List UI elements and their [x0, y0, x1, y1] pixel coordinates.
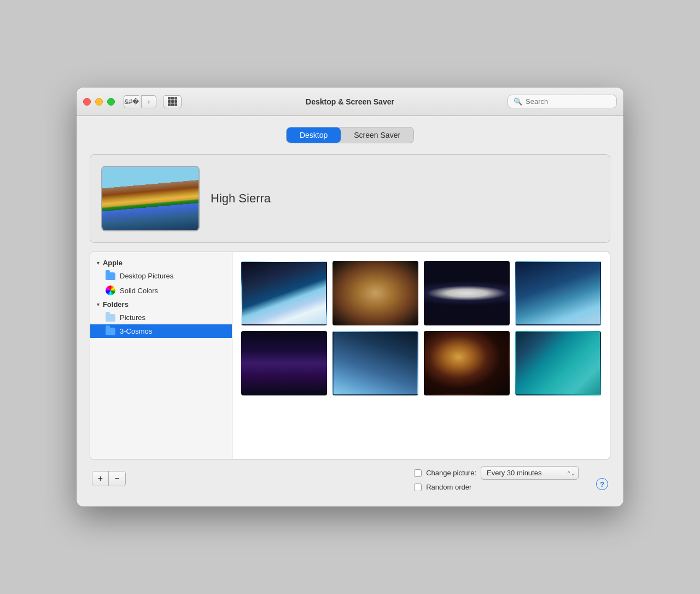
thumbnail-7[interactable]: [424, 331, 510, 395]
desktop-pictures-label: Desktop Pictures: [120, 272, 173, 280]
thumbnail-5[interactable]: [241, 331, 327, 395]
window-body: Desktop Screen Saver High Sierra ▼ Apple: [77, 116, 623, 506]
add-remove-buttons: + −: [92, 471, 126, 486]
triangle-icon-2: ▼: [96, 302, 101, 307]
folders-section-header[interactable]: ▼ Folders: [90, 298, 232, 311]
triangle-icon: ▼: [96, 260, 101, 266]
back-button[interactable]: &#�: [124, 95, 139, 108]
tab-desktop[interactable]: Desktop: [287, 127, 341, 143]
thumbnail-4[interactable]: [515, 261, 601, 325]
tab-group: Desktop Screen Saver: [286, 127, 414, 143]
sidebar-item-solid-colors[interactable]: Solid Colors: [90, 283, 232, 298]
interval-dropdown-wrapper: Every 30 minutes Every 5 minutes Every h…: [481, 466, 579, 480]
folder-cosmos-icon: [106, 328, 115, 335]
image-grid: [232, 252, 610, 459]
minimize-button[interactable]: [95, 98, 103, 106]
grid-view-button[interactable]: [163, 95, 182, 108]
window-title: Desktop & Screen Saver: [306, 97, 394, 106]
sidebar-item-pictures[interactable]: Pictures: [90, 311, 232, 324]
thumbnail-3[interactable]: [424, 261, 510, 325]
search-box[interactable]: 🔍: [508, 95, 617, 108]
apple-section-header[interactable]: ▼ Apple: [90, 257, 232, 269]
sidebar-item-desktop-pictures[interactable]: Desktop Pictures: [90, 269, 232, 283]
close-button[interactable]: [83, 98, 91, 106]
folder-white-icon: [106, 314, 115, 322]
sidebar-item-cosmos[interactable]: 3-Cosmos: [90, 324, 232, 338]
search-icon: 🔍: [514, 97, 522, 106]
thumbnail-6[interactable]: [332, 331, 418, 395]
remove-folder-button[interactable]: −: [109, 471, 125, 486]
folders-label: Folders: [103, 300, 129, 308]
add-folder-button[interactable]: +: [92, 471, 109, 486]
pictures-label: Pictures: [120, 313, 145, 322]
titlebar: &#� › Desktop & Screen Saver 🔍: [77, 88, 623, 116]
colorwheel-icon: [106, 286, 115, 295]
cosmos-label: 3-Cosmos: [120, 327, 152, 335]
maximize-button[interactable]: [107, 98, 115, 106]
content-area: ▼ Apple Desktop Pictures Solid Colors ▼ …: [90, 252, 610, 459]
thumbnail-1[interactable]: [241, 261, 327, 325]
preview-area: High Sierra: [90, 154, 610, 243]
change-picture-label: Change picture:: [426, 469, 476, 477]
preview-thumbnail: [101, 166, 200, 231]
window: &#� › Desktop & Screen Saver 🔍 Desktop S…: [77, 88, 623, 506]
tab-screensaver[interactable]: Screen Saver: [341, 127, 413, 143]
apple-label: Apple: [103, 259, 122, 267]
help-button[interactable]: ?: [596, 478, 608, 490]
bottom-bar: + − Change picture: Every 30 minutes Eve…: [90, 459, 610, 493]
change-picture-checkbox[interactable]: [414, 469, 422, 477]
folder-blue-icon: [106, 272, 115, 280]
forward-button[interactable]: ›: [141, 95, 156, 108]
traffic-lights: [83, 98, 115, 106]
random-order-checkbox[interactable]: [414, 484, 422, 491]
tabs: Desktop Screen Saver: [90, 127, 610, 143]
nav-buttons: &#� ›: [124, 95, 156, 108]
search-input[interactable]: [526, 97, 611, 106]
solid-colors-label: Solid Colors: [120, 287, 158, 295]
random-order-label: Random order: [426, 483, 471, 491]
interval-dropdown[interactable]: Every 30 minutes Every 5 minutes Every h…: [481, 466, 579, 480]
preview-title: High Sierra: [211, 191, 271, 206]
grid-icon: [168, 97, 177, 106]
thumbnail-8[interactable]: [515, 331, 601, 395]
sidebar: ▼ Apple Desktop Pictures Solid Colors ▼ …: [90, 252, 232, 459]
thumbnail-2[interactable]: [332, 261, 418, 325]
